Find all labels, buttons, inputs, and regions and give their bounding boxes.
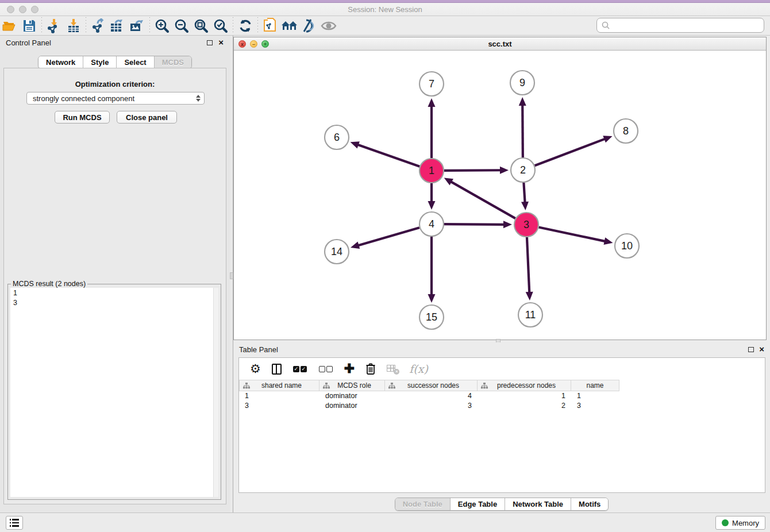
graph-edge-3-11[interactable] <box>527 237 529 294</box>
show-log-button[interactable] <box>6 516 23 530</box>
table-cell[interactable]: 2 <box>478 401 571 411</box>
export-image-button[interactable] <box>128 17 147 34</box>
table-cell[interactable]: 4 <box>385 391 478 401</box>
run-mcds-button[interactable]: Run MCDS <box>55 111 110 124</box>
column-header-successor-nodes[interactable]: successor nodes <box>385 380 478 391</box>
table-cell[interactable]: 1 <box>478 391 571 401</box>
mcds-result-scrollbar[interactable] <box>213 288 218 497</box>
table-row[interactable]: 1dominator411 <box>239 391 765 401</box>
export-network-icon <box>91 18 106 33</box>
add-column-button[interactable]: ✚ <box>344 363 355 375</box>
close-table-panel-icon[interactable]: × <box>759 344 764 354</box>
graph-edge-3-10[interactable] <box>539 228 606 242</box>
zoom-out-icon <box>174 18 189 33</box>
open-session-button[interactable] <box>0 17 20 34</box>
tab-network-table[interactable]: Network Table <box>505 498 571 510</box>
memory-button[interactable]: Memory <box>715 516 765 530</box>
graph-edge-1-6[interactable] <box>357 144 419 166</box>
mcds-result-textarea[interactable]: 1 3 <box>10 288 218 497</box>
plus-icon: ✚ <box>344 363 355 375</box>
table-cell[interactable]: dominator <box>319 391 385 401</box>
float-panel-icon[interactable] <box>207 40 213 45</box>
show-hide-button[interactable] <box>319 17 338 34</box>
mcds-result-text: 1 3 <box>10 288 218 309</box>
graph-arrowhead <box>519 97 526 106</box>
graph-edge-3-1[interactable] <box>450 181 515 218</box>
graph-edge-2-9[interactable] <box>522 104 523 157</box>
column-header-label: shared name <box>252 381 319 390</box>
table-cell[interactable]: 3 <box>385 401 478 411</box>
tab-network[interactable]: Network <box>38 56 83 68</box>
zoom-out-button[interactable] <box>172 17 191 34</box>
search-field[interactable] <box>596 18 764 33</box>
table-cell[interactable]: 1 <box>239 391 319 401</box>
network-frame-titlebar[interactable]: x – + scc.txt <box>234 37 766 51</box>
table-settings-button[interactable]: ⚙ <box>250 362 261 376</box>
import-table-button[interactable] <box>64 17 83 34</box>
zoom-in-button[interactable] <box>152 17 172 34</box>
graph-edge-2-3[interactable] <box>523 183 525 203</box>
column-header-label: predecessor nodes <box>490 381 571 390</box>
column-type-icon <box>323 383 330 389</box>
control-panel: Control Panel × Network Style Select MCD… <box>0 36 230 512</box>
close-panel-icon[interactable]: × <box>218 37 224 47</box>
delete-table-button[interactable]: × <box>387 365 398 373</box>
graph-node-label: 4 <box>429 218 434 230</box>
copy-network-icon <box>263 18 278 34</box>
mcds-result-group: MCDS result (2 nodes) 1 3 <box>7 284 221 500</box>
column-header-name[interactable]: name <box>571 380 619 391</box>
graph-edge-4-3[interactable] <box>444 224 505 225</box>
graph-node-label: 2 <box>520 164 526 176</box>
graph-node-label: 15 <box>426 311 437 323</box>
zoom-selected-button[interactable] <box>211 17 230 34</box>
graph-node-label: 7 <box>429 78 434 90</box>
tab-mcds[interactable]: MCDS <box>155 56 191 68</box>
tab-select[interactable]: Select <box>117 56 154 68</box>
table-row[interactable]: 3dominator323 <box>239 401 765 411</box>
toolbar-separator <box>41 17 42 34</box>
select-all-columns-button[interactable]: ✓✓ <box>292 366 307 372</box>
delete-column-button[interactable] <box>365 363 376 375</box>
tab-motifs[interactable]: Motifs <box>571 498 608 510</box>
graph-edge-1-2[interactable] <box>444 170 502 171</box>
control-panel-title: Control Panel <box>6 38 51 47</box>
zoom-fit-button[interactable] <box>191 17 211 34</box>
export-table-button[interactable] <box>108 17 128 34</box>
home-view-button[interactable] <box>280 17 299 34</box>
level-of-detail-button[interactable] <box>299 17 319 34</box>
table-cell[interactable]: 3 <box>239 401 319 411</box>
graph-edge-2-8[interactable] <box>535 138 606 165</box>
network-graph[interactable]: 7968124314101511 <box>234 51 766 340</box>
copy-network-button[interactable] <box>260 17 280 34</box>
import-network-button[interactable] <box>44 17 64 34</box>
show-column-panel-button[interactable] <box>272 364 282 375</box>
export-image-icon <box>129 18 145 33</box>
graph-node-label: 14 <box>331 246 342 257</box>
import-network-icon <box>47 18 61 33</box>
zoom-selected-icon <box>213 18 228 33</box>
optimization-criterion-select[interactable]: strongly connected component <box>26 92 205 105</box>
graph-edge-4-14[interactable] <box>357 228 419 246</box>
function-builder-button[interactable]: f(x) <box>409 363 428 375</box>
save-session-button[interactable] <box>20 17 39 34</box>
tab-style[interactable]: Style <box>83 56 117 68</box>
float-table-panel-icon[interactable] <box>748 347 754 352</box>
export-network-button[interactable] <box>88 17 108 34</box>
close-panel-button[interactable]: Close panel <box>117 111 177 124</box>
column-header-predecessor-nodes[interactable]: predecessor nodes <box>478 380 571 391</box>
search-input[interactable] <box>610 20 764 31</box>
column-header-label: MCDS role <box>332 381 384 390</box>
table-cell[interactable]: 1 <box>571 391 619 401</box>
unchecked-box-icon <box>326 366 333 372</box>
refresh-network-button[interactable] <box>236 17 255 34</box>
graph-node-label: 6 <box>334 132 340 143</box>
column-header-shared-name[interactable]: shared name <box>239 380 319 391</box>
column-header-MCDS-role[interactable]: MCDS role <box>319 380 385 391</box>
table-cell[interactable]: 3 <box>571 401 619 411</box>
tab-edge-table[interactable]: Edge Table <box>451 498 505 510</box>
deselect-all-columns-button[interactable] <box>318 366 333 372</box>
table-cell[interactable]: dominator <box>319 401 385 411</box>
tab-node-table[interactable]: Node Table <box>395 498 451 510</box>
window-top-strip <box>0 0 770 3</box>
level-of-detail-icon <box>302 18 317 33</box>
